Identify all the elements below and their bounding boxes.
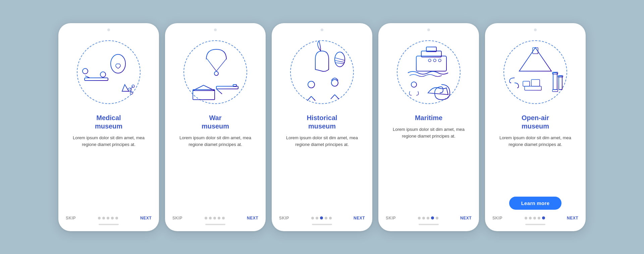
card-title-historical: Historical museum: [307, 114, 337, 131]
next-maritime[interactable]: NEXT: [460, 216, 472, 220]
card-title-openair: Open-air museum: [522, 114, 549, 131]
bottom-bar-openair: [525, 224, 545, 225]
next-war[interactable]: NEXT: [247, 216, 258, 220]
svg-line-36: [335, 58, 345, 60]
dot-5: [436, 217, 438, 219]
dots-medical: [98, 217, 118, 219]
skip-war[interactable]: SKIP: [172, 216, 182, 220]
card-maritime: Maritime Lorem ipsum dolor sit dim amet,…: [378, 23, 479, 231]
dot-2: [422, 217, 425, 219]
dots-historical: [311, 216, 332, 219]
svg-rect-22: [233, 85, 236, 87]
dot-4: [325, 217, 327, 219]
svg-point-0: [111, 54, 125, 73]
svg-line-37: [335, 60, 345, 62]
svg-point-54: [433, 59, 436, 62]
card-openair: Open-air museum Lorem ipsum dolor sit di…: [485, 23, 586, 231]
dots-openair: [525, 216, 545, 219]
card-desc-historical: Lorem ipsum dolor sit dim amet, mea regi…: [279, 135, 365, 208]
bottom-bar-medical: [99, 224, 119, 225]
skip-medical[interactable]: SKIP: [66, 216, 76, 220]
dot-1: [311, 217, 314, 219]
dot-2: [102, 217, 105, 219]
card-footer-openair: SKIP NEXT: [492, 213, 578, 220]
svg-point-3: [100, 72, 106, 77]
svg-point-55: [438, 59, 441, 62]
svg-rect-68: [559, 76, 562, 90]
svg-point-18: [214, 71, 218, 75]
card-footer-historical: SKIP NEXT: [279, 213, 365, 220]
dot-3-active: [320, 216, 323, 219]
svg-rect-72: [525, 86, 541, 90]
skip-historical[interactable]: SKIP: [279, 216, 289, 220]
illustration-historical: [285, 35, 359, 109]
card-desc-war: Lorem ipsum dolor sit dim amet, mea regi…: [172, 135, 258, 208]
svg-line-23: [216, 89, 222, 94]
illustration-maritime: [392, 35, 466, 109]
svg-line-48: [335, 95, 339, 99]
svg-rect-70: [523, 81, 530, 86]
dot-5-active: [542, 216, 545, 219]
card-war: War museum Lorem ipsum dolor sit dim ame…: [165, 23, 266, 231]
dot-5: [222, 217, 225, 219]
svg-point-53: [428, 59, 431, 62]
card-medical: Medical museum Lorem ipsum dolor sit dim…: [58, 23, 159, 231]
card-footer-medical: SKIP NEXT: [66, 213, 152, 220]
dots-maritime: [418, 216, 438, 219]
dots-war: [205, 217, 225, 219]
svg-rect-65: [553, 73, 557, 90]
next-historical[interactable]: NEXT: [354, 216, 365, 220]
card-desc-maritime: Lorem ipsum dolor sit dim amet, mea regi…: [386, 126, 472, 208]
illustration-war: [178, 35, 252, 109]
card-desc-medical: Lorem ipsum dolor sit dim amet, mea regi…: [66, 135, 152, 208]
dot-3: [213, 217, 216, 219]
svg-marker-59: [519, 48, 551, 71]
bottom-bar-war: [205, 224, 225, 225]
svg-point-5: [83, 68, 88, 74]
dot-1: [205, 217, 207, 219]
skip-openair[interactable]: SKIP: [492, 216, 502, 220]
card-historical: Historical museum Lorem ipsum dolor sit …: [272, 23, 372, 231]
dot-2: [529, 217, 532, 219]
next-openair[interactable]: NEXT: [567, 216, 578, 220]
bottom-bar-historical: [312, 224, 332, 225]
skip-maritime[interactable]: SKIP: [386, 216, 396, 220]
screens-container: Medical museum Lorem ipsum dolor sit dim…: [38, 10, 606, 245]
svg-point-44: [331, 80, 338, 86]
war-icon: [184, 41, 247, 103]
card-desc-openair: Lorem ipsum dolor sit dim amet, mea regi…: [492, 135, 578, 191]
maritime-icon: [398, 41, 460, 103]
dot-5: [115, 217, 118, 219]
illustration-openair: [498, 35, 572, 109]
medical-icon: [78, 41, 140, 103]
dot-4: [538, 217, 540, 219]
svg-line-15: [207, 59, 216, 71]
dot-1: [525, 217, 527, 219]
svg-line-47: [331, 95, 335, 99]
next-medical[interactable]: NEXT: [140, 216, 152, 220]
svg-point-35: [335, 52, 345, 67]
svg-line-38: [335, 63, 344, 64]
svg-point-56: [411, 82, 417, 87]
svg-line-43: [311, 96, 315, 101]
card-footer-maritime: SKIP NEXT: [386, 213, 472, 220]
dot-1: [418, 217, 421, 219]
bottom-bar-maritime: [419, 224, 439, 225]
learn-more-button[interactable]: Learn more: [509, 197, 562, 210]
dot-3: [107, 217, 109, 219]
card-title-war: War museum: [202, 114, 229, 131]
svg-point-39: [308, 81, 315, 88]
illustration-medical: [72, 35, 146, 109]
card-title-medical: Medical museum: [95, 114, 122, 131]
dot-3: [533, 217, 536, 219]
card-footer-war: SKIP NEXT: [172, 213, 258, 220]
dot-5: [329, 217, 332, 219]
dot-3: [427, 217, 429, 219]
dot-2: [316, 217, 318, 219]
dot-4-active: [431, 216, 434, 219]
dot-4: [218, 217, 220, 219]
dot-4: [111, 217, 114, 219]
dot-1: [98, 217, 101, 219]
openair-icon: [504, 41, 567, 103]
historical-icon: [291, 41, 353, 103]
